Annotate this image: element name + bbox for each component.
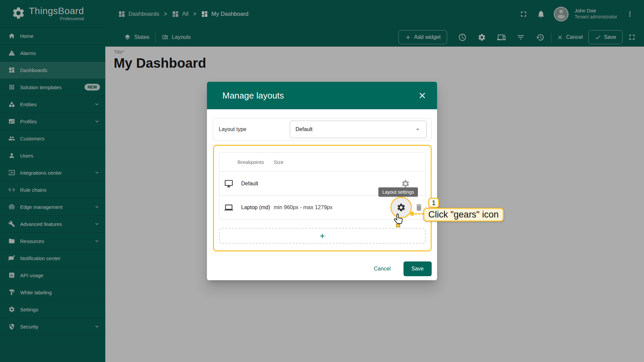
annotation-connector-dot <box>410 212 414 216</box>
dialog-footer: Cancel Save <box>374 261 432 276</box>
dialog-close-icon[interactable] <box>418 91 427 100</box>
layout-type-select[interactable]: Default <box>290 121 427 138</box>
table-header: Breakpoints Size <box>219 153 425 172</box>
dialog-header: Manage layouts <box>207 82 437 109</box>
layout-settings-gear-icon[interactable] <box>401 179 410 188</box>
annotation-label: Click "gears" icon <box>423 208 504 222</box>
layout-type-label: Layout type <box>219 126 290 132</box>
annotation-step-badge: 1 <box>428 198 439 208</box>
add-breakpoint-button[interactable] <box>219 228 426 244</box>
delete-breakpoint-icon[interactable] <box>415 203 423 212</box>
layout-type-box: Layout type Default <box>213 118 432 141</box>
layout-settings-tooltip: Layout settings <box>378 187 418 197</box>
plus-icon <box>319 232 326 240</box>
dropdown-arrow-icon <box>414 126 421 133</box>
hand-cursor-icon <box>393 213 405 227</box>
breakpoint-size: min 960px - max 1279px <box>274 204 390 210</box>
laptop-icon <box>224 203 233 212</box>
app-root: ThingsBoard Professional HomeAlarmsDashb… <box>0 0 644 362</box>
annotation-connector-line <box>415 213 424 215</box>
layout-type-value: Default <box>296 126 414 132</box>
breakpoints-column-header: Breakpoints <box>237 159 274 165</box>
gear-icon <box>396 203 406 212</box>
manage-layouts-dialog: Manage layouts Layout type Default Break… <box>207 82 437 280</box>
dialog-save-button[interactable]: Save <box>404 261 432 276</box>
breakpoint-name: Laptop (md) <box>241 204 274 210</box>
breakpoints-table: Breakpoints Size Default Laptop (md) min… <box>219 152 426 220</box>
breakpoint-name: Default <box>241 181 274 187</box>
monitor-icon <box>224 179 233 188</box>
size-column-header: Size <box>274 159 283 165</box>
dialog-cancel-button[interactable]: Cancel <box>374 266 391 272</box>
highlighted-breakpoints-area: Breakpoints Size Default Laptop (md) min… <box>213 145 432 251</box>
dialog-title: Manage layouts <box>222 90 284 101</box>
